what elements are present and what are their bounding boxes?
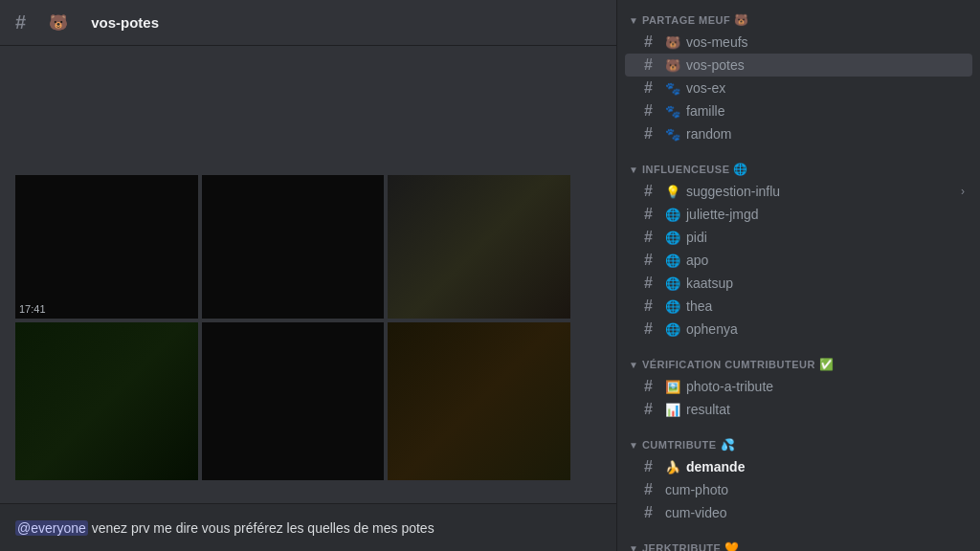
section-header-partage-meuf[interactable]: ▼ PARTAGE MEUF 🐻 bbox=[617, 8, 980, 31]
channel-item-kaatsup[interactable]: # 🌐 kaatsup bbox=[625, 272, 972, 295]
section-partage-meuf: ▼ PARTAGE MEUF 🐻 # 🐻 vos-meufs # 🐻 vos-p… bbox=[617, 0, 980, 149]
channel-item-cum-photo[interactable]: # cum-photo bbox=[625, 478, 972, 501]
hash-icon: # bbox=[644, 458, 659, 475]
channel-name: thea bbox=[686, 298, 712, 314]
channel-item-ophenya[interactable]: # 🌐 ophenya bbox=[625, 318, 972, 341]
hash-icon: # bbox=[644, 102, 659, 120]
channel-emoji: 🌐 bbox=[665, 276, 680, 291]
channel-emoji: 🐾 bbox=[665, 104, 680, 119]
chevron-icon: ▼ bbox=[629, 165, 638, 175]
channel-item-apo[interactable]: # 🌐 apo bbox=[625, 249, 972, 272]
image-cell-1: 17:41 bbox=[15, 175, 198, 319]
channel-name: resultat bbox=[686, 402, 730, 417]
channel-name: suggestion-influ bbox=[686, 184, 780, 199]
section-header-verification[interactable]: ▼ VÉRIFICATION CUMTRIBUTEUR ✅ bbox=[617, 352, 980, 375]
image-grid: 17:41 bbox=[15, 175, 570, 480]
channel-name: vos-potes bbox=[91, 14, 159, 31]
channel-item-resultat[interactable]: # 📊 resultat bbox=[625, 398, 972, 421]
channel-item-vos-meufs[interactable]: # 🐻 vos-meufs bbox=[625, 31, 972, 54]
hash-icon: # bbox=[644, 125, 659, 143]
channel-name: kaatsup bbox=[686, 276, 733, 291]
timestamp: 17:41 bbox=[19, 303, 46, 315]
channel-name: ophenya bbox=[686, 321, 738, 337]
channel-name: photo-a-tribute bbox=[686, 379, 773, 394]
hash-icon: # bbox=[644, 298, 659, 315]
sidebar-overlay[interactable]: ▼ PARTAGE MEUF 🐻 # 🐻 vos-meufs # 🐻 vos-p… bbox=[616, 0, 980, 551]
section-label: PARTAGE MEUF bbox=[642, 14, 730, 26]
chevron-icon: ▼ bbox=[629, 360, 638, 370]
channel-item-vos-potes[interactable]: # 🐻 vos-potes bbox=[625, 54, 972, 77]
channel-name: random bbox=[686, 126, 731, 142]
channel-name: demande bbox=[686, 459, 745, 474]
section-emoji: 🧡 bbox=[724, 541, 739, 551]
hash-icon: # bbox=[644, 378, 659, 395]
hash-icon: # bbox=[644, 33, 659, 51]
section-emoji: 🐻 bbox=[734, 13, 748, 27]
image-cell-6 bbox=[388, 322, 570, 480]
channel-item-suggestion-influ[interactable]: # 💡 suggestion-influ › bbox=[625, 180, 972, 203]
section-emoji: 🌐 bbox=[733, 163, 747, 176]
channel-name: juliette-jmgd bbox=[686, 207, 758, 222]
channel-item-famille[interactable]: # 🐾 famille bbox=[625, 99, 972, 122]
hash-icon: # bbox=[644, 206, 659, 223]
channel-emoji: 🌐 bbox=[665, 231, 680, 245]
chat-area: # 🐻 vos-potes 17:41 @everyone venez prv … bbox=[0, 0, 980, 551]
channel-name: famille bbox=[686, 103, 724, 119]
arrow-icon: › bbox=[961, 185, 965, 198]
chevron-icon: ▼ bbox=[629, 543, 638, 552]
channel-emoji: 🌐 bbox=[665, 322, 680, 337]
channel-emoji: 💡 bbox=[665, 185, 680, 199]
section-emoji: 💦 bbox=[721, 438, 735, 452]
section-label: CUMTRIBUTE bbox=[642, 439, 717, 451]
section-header-influenceuse[interactable]: ▼ INFLUENCEUSE 🌐 bbox=[617, 157, 980, 180]
image-cell-3 bbox=[388, 175, 570, 319]
chevron-icon: ▼ bbox=[629, 15, 638, 26]
channel-item-cumtribute-demande[interactable]: # 🍌 demande bbox=[625, 455, 972, 478]
channel-emoji: 🖼️ bbox=[665, 380, 680, 394]
section-header-cumtribute[interactable]: ▼ CUMTRIBUTE 💦 bbox=[617, 432, 980, 455]
message-body: venez prv me dire vous préférez les quel… bbox=[92, 520, 434, 536]
channel-name: vos-ex bbox=[686, 80, 725, 96]
hash-icon: # bbox=[644, 252, 659, 269]
channel-item-random[interactable]: # 🐾 random bbox=[625, 122, 972, 145]
section-verification: ▼ VÉRIFICATION CUMTRIBUTEUR ✅ # 🖼️ photo… bbox=[617, 344, 980, 425]
channel-emoji: 🌐 bbox=[665, 299, 680, 314]
channel-item-pidi[interactable]: # 🌐 pidi bbox=[625, 226, 972, 249]
section-label: INFLUENCEUSE bbox=[642, 164, 730, 175]
channel-emoji: 🍌 bbox=[665, 460, 680, 474]
channel-item-juliette-jmgd[interactable]: # 🌐 juliette-jmgd bbox=[625, 203, 972, 226]
section-influenceuse: ▼ INFLUENCEUSE 🌐 # 💡 suggestion-influ › … bbox=[617, 149, 980, 344]
channel-emoji: 🐻 bbox=[665, 58, 680, 73]
channel-item-thea[interactable]: # 🌐 thea bbox=[625, 295, 972, 318]
channel-emoji: 🐻 bbox=[33, 0, 83, 46]
section-jerktribute: ▼ JERKTRIBUTE 🧡 # 🍌 demande # jerktribut… bbox=[617, 528, 980, 551]
channel-item-vos-ex[interactable]: # 🐾 vos-ex bbox=[625, 77, 972, 99]
hash-icon: # bbox=[644, 183, 659, 200]
channel-emoji: 🌐 bbox=[665, 253, 680, 268]
channel-item-photo-a-tribute[interactable]: # 🖼️ photo-a-tribute bbox=[625, 375, 972, 398]
image-cell-5 bbox=[202, 322, 385, 480]
channel-emoji: 📊 bbox=[665, 403, 680, 417]
channel-name: vos-potes bbox=[686, 57, 745, 73]
channel-name: cum-photo bbox=[665, 482, 728, 497]
channel-item-cum-video[interactable]: # cum-video bbox=[625, 501, 972, 524]
channel-name: pidi bbox=[686, 230, 707, 245]
hash-icon: # bbox=[644, 56, 659, 74]
channel-name: apo bbox=[686, 253, 708, 268]
hash-icon: # bbox=[644, 481, 659, 498]
hash-icon: # bbox=[644, 320, 659, 338]
hash-icon: # bbox=[644, 79, 659, 97]
section-header-jerktribute[interactable]: ▼ JERKTRIBUTE 🧡 bbox=[617, 536, 980, 551]
hash-icon: # bbox=[644, 275, 659, 292]
hash-icon: # bbox=[15, 11, 26, 33]
message-text: @everyone venez prv me dire vous préfére… bbox=[15, 520, 434, 536]
section-label: VÉRIFICATION CUMTRIBUTEUR bbox=[642, 359, 815, 370]
channel-emoji: 🐾 bbox=[665, 127, 680, 142]
channel-emoji: 🐻 bbox=[665, 35, 680, 50]
channel-name: vos-meufs bbox=[686, 34, 748, 50]
channel-name: cum-video bbox=[665, 505, 727, 520]
hash-icon: # bbox=[644, 229, 659, 246]
channel-emoji: 🌐 bbox=[665, 208, 680, 222]
image-cell-4 bbox=[15, 322, 198, 480]
mention-tag: @everyone bbox=[15, 520, 88, 536]
